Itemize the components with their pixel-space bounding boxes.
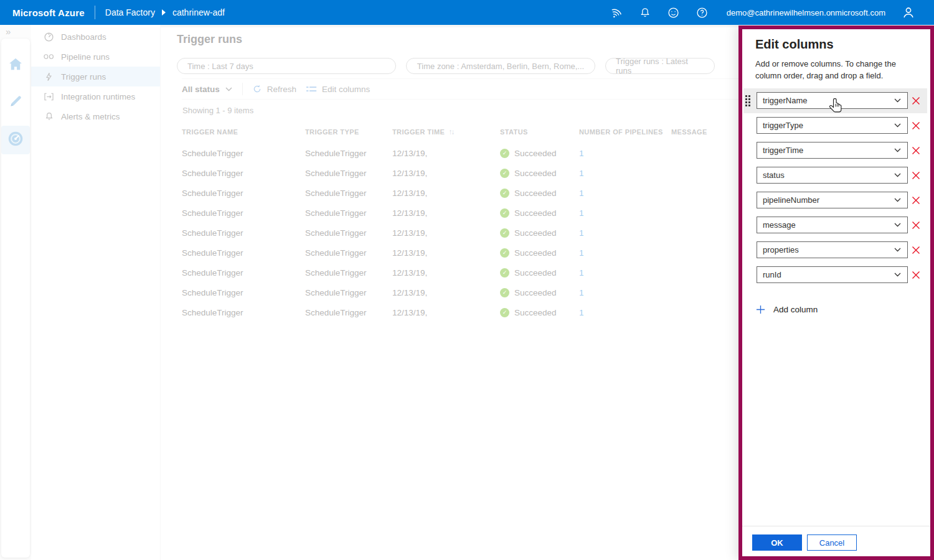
remove-column-icon[interactable]	[908, 196, 924, 205]
column-field-row: triggerName	[743, 88, 927, 113]
column-field-row: message	[743, 213, 927, 238]
column-select[interactable]: pipelineNumber	[757, 192, 908, 208]
edit-columns-panel: Edit columns Add or remove columns. To c…	[738, 26, 934, 560]
chevron-right-icon	[161, 9, 166, 16]
add-column-button[interactable]: Add column	[756, 305, 930, 314]
breadcrumb-resource[interactable]: cathrinew-adf	[172, 7, 225, 17]
feedback-smiley-icon[interactable]	[659, 0, 688, 25]
chevron-down-icon	[894, 223, 901, 227]
chevron-down-icon	[894, 198, 901, 202]
breadcrumb: Microsoft Azure Data Factory cathrinew-a…	[0, 6, 225, 19]
column-select[interactable]: triggerType	[757, 117, 908, 134]
remove-column-icon[interactable]	[908, 246, 924, 254]
remove-column-icon[interactable]	[908, 146, 924, 155]
chevron-down-icon	[894, 248, 901, 252]
topbar: Microsoft Azure Data Factory cathrinew-a…	[0, 0, 934, 25]
column-field-row: properties	[743, 238, 927, 263]
account-email[interactable]: demo@cathrinewilhelmsen.onmicrosoft.com	[727, 8, 885, 17]
chevron-down-icon	[894, 98, 901, 103]
azure-portal: Microsoft Azure Data Factory cathrinew-a…	[0, 0, 934, 560]
chevron-down-icon	[894, 273, 901, 277]
column-select-value: pipelineNumber	[763, 195, 819, 205]
column-field-row: triggerTime	[743, 138, 927, 163]
panel-header: Edit columns Add or remove columns. To c…	[742, 29, 930, 82]
account-avatar-icon[interactable]	[894, 0, 923, 25]
column-fields-list: triggerName triggerType trigge	[742, 88, 930, 287]
column-select-value: triggerTime	[763, 146, 803, 155]
column-select[interactable]: triggerName	[757, 92, 908, 109]
azure-logo[interactable]: Microsoft Azure	[12, 7, 85, 18]
add-column-label: Add column	[773, 305, 818, 314]
column-select[interactable]: properties	[757, 241, 908, 258]
remove-column-icon[interactable]	[908, 271, 924, 279]
panel-footer: OK Cancel	[742, 526, 930, 556]
column-select-value: message	[763, 220, 796, 230]
chevron-down-icon	[894, 123, 901, 128]
panel-spacer	[742, 314, 930, 526]
column-field-row: runId	[743, 263, 927, 287]
remove-column-icon[interactable]	[908, 96, 924, 105]
column-select-value: runId	[763, 270, 781, 279]
panel-title: Edit columns	[755, 37, 917, 52]
breadcrumb-data-factory[interactable]: Data Factory	[105, 7, 155, 17]
drag-handle-icon[interactable]	[745, 95, 753, 106]
cancel-button[interactable]: Cancel	[807, 534, 857, 551]
remove-column-icon[interactable]	[908, 171, 924, 180]
chevron-down-icon	[894, 148, 901, 152]
notifications-hub-icon[interactable]	[602, 0, 631, 25]
remove-column-icon[interactable]	[908, 221, 924, 230]
ok-button[interactable]: OK	[752, 534, 802, 551]
bell-icon[interactable]	[631, 0, 659, 25]
column-field-row: pipelineNumber	[743, 188, 927, 213]
modal-overlay	[0, 25, 738, 560]
column-select[interactable]: triggerTime	[757, 142, 908, 159]
column-field-row: triggerType	[743, 113, 927, 138]
topbar-actions: demo@cathrinewilhelmsen.onmicrosoft.com	[602, 0, 934, 25]
column-select-value: status	[763, 170, 785, 180]
column-select[interactable]: runId	[757, 266, 908, 283]
help-icon[interactable]	[688, 0, 717, 25]
column-select-value: triggerType	[763, 121, 803, 130]
column-field-row: status	[743, 163, 927, 188]
column-select-value: triggerName	[763, 96, 808, 105]
panel-description: Add or remove columns. To change the col…	[755, 58, 917, 82]
plus-icon	[756, 305, 765, 314]
column-select-value: properties	[763, 245, 799, 254]
column-select[interactable]: message	[757, 217, 908, 233]
chevron-down-icon	[894, 173, 901, 177]
column-select[interactable]: status	[757, 167, 908, 184]
topbar-divider	[95, 6, 95, 19]
remove-column-icon[interactable]	[908, 121, 924, 130]
